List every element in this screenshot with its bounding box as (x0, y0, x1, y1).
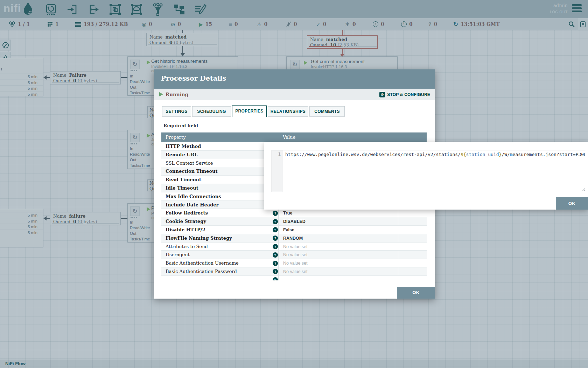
property-name: Follow Redirects (166, 210, 208, 216)
property-value-cell[interactable]: RANDOM (278, 234, 398, 242)
row-extra-cell (398, 226, 427, 234)
column-header-value: Value (283, 135, 295, 140)
property-row[interactable]: Cookie Strategy?DISABLED (161, 217, 427, 226)
property-row[interactable]: ? (161, 276, 427, 280)
property-value-cell[interactable]: True (278, 209, 398, 217)
property-name: Max Idle Connections (166, 194, 221, 199)
property-name: Disable HTTP/2 (166, 227, 205, 232)
dialog-title: Processor Details (161, 74, 226, 82)
property-name: Read Timeout (166, 177, 201, 182)
property-help-icon[interactable]: ? (273, 244, 278, 249)
property-name: Idle Timeout (166, 185, 198, 191)
row-extra-cell (398, 243, 427, 251)
dialog-ok-button[interactable]: OK (397, 287, 435, 299)
property-value: No value set (283, 261, 307, 266)
tab-settings[interactable]: SETTINGS (162, 106, 191, 117)
tab-relationships[interactable]: RELATIONSHIPS (268, 106, 308, 117)
property-row[interactable]: Attributes to Send?No value set (161, 243, 427, 251)
property-name: Cookie Strategy (166, 219, 206, 224)
value-editor-textarea[interactable]: 1 https://www.pegelonline.wsv.de/webserv… (272, 150, 586, 192)
property-name: Useragent (166, 252, 190, 257)
row-extra-cell (398, 259, 427, 267)
property-value-cell[interactable]: False (278, 226, 398, 234)
property-name: Connection Timeout (166, 169, 217, 174)
property-name: SSL Context Service (166, 161, 213, 166)
property-row[interactable]: Useragent?No value set (161, 251, 427, 259)
property-row[interactable]: Follow Redirects?True (161, 209, 427, 217)
column-header-property: Property (166, 135, 186, 140)
property-value: No value set (283, 269, 307, 274)
property-value-cell[interactable]: DISABLED (278, 217, 398, 225)
property-value-cell[interactable]: No value set (278, 251, 398, 259)
line-number: 1 (278, 151, 281, 157)
property-name: Include Date Header (166, 202, 218, 207)
property-name: FlowFile Naming Strategy (166, 236, 232, 241)
property-row[interactable]: Basic Authentication Username?No value s… (161, 259, 427, 267)
url-text: /W/measurements.json?start=P30D (502, 152, 585, 157)
property-value-cell[interactable]: No value set (278, 243, 398, 251)
url-text: https://www.pegelonline.wsv.de/webservic… (285, 152, 461, 157)
tab-comments[interactable]: COMMENTS (309, 106, 345, 117)
property-name: Attributes to Send (166, 244, 208, 249)
stop-and-configure-button[interactable]: ⚙ STOP & CONFIGURE (379, 91, 430, 98)
el-open: ${ (461, 152, 466, 157)
gear-icon: ⚙ (379, 92, 385, 97)
tab-properties[interactable]: PROPERTIES (232, 105, 267, 117)
property-help-icon[interactable]: ? (273, 269, 278, 274)
editor-gutter: 1 (272, 150, 282, 192)
property-value-cell[interactable] (278, 276, 398, 280)
dialog-status-row: Running ⚙ STOP & CONFIGURE (154, 89, 435, 100)
property-help-icon[interactable]: ? (273, 236, 278, 241)
row-extra-cell (398, 267, 427, 275)
property-value: RANDOM (283, 236, 303, 241)
property-row[interactable]: FlowFile Naming Strategy?RANDOM (161, 234, 427, 243)
required-field-note: Required field (163, 123, 198, 128)
tab-scheduling[interactable]: SCHEDULING (192, 106, 231, 117)
property-value: No value set (283, 244, 307, 249)
row-extra-cell (398, 234, 427, 242)
property-help-icon[interactable]: ? (273, 252, 278, 258)
property-help-icon[interactable]: ? (273, 227, 278, 232)
property-value: DISABLED (283, 219, 306, 224)
property-help-icon[interactable]: ? (273, 261, 278, 266)
nifi-app: r 5 min 5 min 5 min 5 min 5 min 5 min 5 … (0, 0, 588, 368)
running-status-icon (159, 92, 163, 96)
property-name: HTTP Method (166, 144, 201, 149)
property-help-icon[interactable]: ? (273, 219, 278, 224)
property-table-header: Property Value (161, 132, 427, 142)
property-row[interactable]: Disable HTTP/2?False (161, 226, 427, 234)
property-value-cell[interactable]: No value set (278, 267, 398, 275)
tab-underline (154, 117, 435, 117)
property-value-cell[interactable]: No value set (278, 259, 398, 267)
value-editor-popup: 1 https://www.pegelonline.wsv.de/webserv… (264, 142, 588, 210)
property-name: Remote URL (166, 152, 198, 157)
property-name: Basic Authentication Password (166, 269, 237, 274)
property-help-icon[interactable]: ? (273, 277, 278, 280)
property-value: No value set (283, 252, 307, 257)
property-value: False (283, 227, 294, 232)
editor-ok-button[interactable]: OK (556, 197, 588, 210)
row-extra-cell (398, 217, 427, 225)
editor-code-line[interactable]: https://www.pegelonline.wsv.de/webservic… (285, 152, 585, 157)
row-extra-cell (398, 209, 427, 217)
property-row[interactable]: Basic Authentication Password?No value s… (161, 267, 427, 276)
property-name: Basic Authentication Username (166, 260, 239, 266)
property-value: True (283, 211, 292, 216)
running-status-label: Running (166, 91, 188, 97)
row-extra-cell (398, 251, 427, 259)
row-extra-cell (398, 276, 427, 280)
resize-handle-icon[interactable] (582, 188, 585, 191)
el-variable: station_uuid (466, 152, 499, 157)
dialog-header: Processor Details (154, 69, 435, 89)
property-help-icon[interactable]: ? (273, 211, 278, 216)
